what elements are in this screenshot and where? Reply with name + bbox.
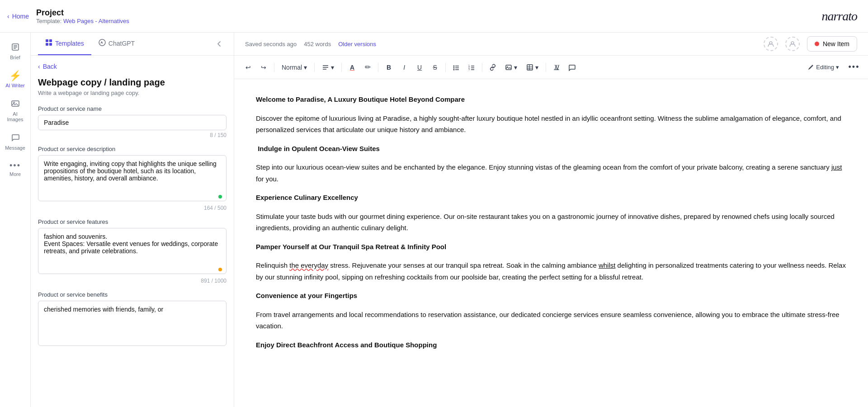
align-dropdown[interactable]: ▾ [318, 62, 338, 73]
svg-point-17 [453, 67, 455, 68]
undo-button[interactable]: ↩ [241, 61, 255, 74]
new-item-dot [815, 42, 819, 46]
top-bar-left: ‹ Home Project Template: Web Pages - Alt… [7, 8, 129, 24]
project-title: Project [36, 8, 129, 18]
redo-button[interactable]: ↪ [257, 61, 270, 74]
highlight-button[interactable]: ✏ [361, 61, 374, 74]
content-heading-5: Convenience at your Fingertips [256, 290, 846, 302]
saved-status: Saved seconds ago [245, 41, 297, 47]
word-count: 452 words [304, 41, 331, 47]
panel-collapse-button[interactable] [212, 37, 226, 51]
product-description-counter: 164 / 500 [38, 205, 226, 211]
new-item-label: New Item [823, 40, 849, 47]
toolbar-sep-7 [546, 63, 546, 72]
align-icon [322, 64, 329, 71]
align-chevron: ▾ [331, 64, 334, 71]
product-features-counter: 891 / 1000 [38, 278, 226, 284]
back-button[interactable]: ‹ Back [38, 63, 226, 70]
sidebar-item-ai-writer[interactable]: ⚡ AI Writer [2, 66, 29, 93]
underline-button[interactable]: U [413, 61, 426, 74]
svg-point-5 [13, 102, 14, 104]
content-heading-1: Welcome to Paradise, A Luxury Boutique H… [256, 94, 846, 105]
product-name-label: Product or service name [38, 105, 226, 112]
template-link[interactable]: Web Pages - Alternatives [63, 18, 129, 24]
sidebar-ai-images-label: AI Images [5, 111, 26, 122]
product-features-textarea[interactable]: fashion and souvenirs. Event Spaces: Ver… [38, 228, 226, 274]
strikethrough-button[interactable]: S [428, 61, 442, 74]
bullet-list-button[interactable] [449, 61, 463, 74]
editor-content[interactable]: Welcome to Paradise, A Luxury Boutique H… [234, 79, 868, 407]
panel-subtitle: Write a webpage or landing page copy. [38, 90, 226, 96]
back-chevron-icon: ‹ [38, 63, 40, 70]
svg-rect-28 [506, 65, 511, 70]
project-info: Project Template: Web Pages - Alternativ… [36, 8, 129, 24]
sidebar-item-more[interactable]: ••• More [2, 157, 29, 181]
more-options-button[interactable]: ••• [847, 61, 861, 74]
sidebar-item-ai-images[interactable]: AI Images [2, 95, 29, 127]
italic-button[interactable]: I [397, 61, 411, 74]
content-para-2: Step into our luxurious ocean-view suite… [256, 161, 846, 185]
style-label: Normal [282, 64, 302, 71]
sidebar-more-label: More [9, 171, 21, 177]
editing-dropdown[interactable]: Editing ▾ [803, 62, 844, 72]
ordered-list-button[interactable]: 1.2.3. [465, 61, 478, 74]
description-dot-indicator [218, 195, 222, 199]
more-icon: ••• [9, 161, 21, 170]
new-item-button[interactable]: New Item [807, 36, 857, 52]
sidebar-message-label: Message [5, 145, 25, 151]
editor-area: Saved seconds ago 452 words Older versio… [234, 33, 868, 407]
product-benefits-textarea[interactable]: cherished memories with friends, family,… [38, 301, 226, 346]
sidebar-ai-writer-label: AI Writer [5, 83, 25, 88]
content-para-1: Discover the epitome of luxurious living… [256, 113, 846, 136]
message-icon [11, 133, 20, 143]
sidebar-item-brief[interactable]: Brief [2, 38, 29, 65]
clear-format-button[interactable] [550, 61, 563, 74]
product-name-counter: 8 / 150 [38, 132, 226, 138]
toolbar-sep-5 [445, 63, 446, 72]
editing-label: Editing [816, 64, 834, 71]
field-product-benefits: Product or service benefits cherished me… [38, 291, 226, 348]
older-versions-link[interactable]: Older versions [338, 41, 376, 47]
table-dropdown[interactable]: ▾ [523, 62, 542, 73]
text-color-button[interactable]: A [345, 61, 359, 74]
panel-title: Webpage copy / landing page [38, 77, 226, 88]
svg-rect-6 [46, 39, 48, 42]
toolbar-sep-3 [341, 63, 342, 72]
main-layout: Brief ⚡ AI Writer AI Images Message ••• … [0, 33, 868, 407]
style-dropdown-chevron: ▾ [304, 64, 307, 71]
home-label: Home [12, 13, 29, 20]
field-product-description: Product or service description Write eng… [38, 146, 226, 211]
link-button[interactable] [486, 61, 500, 74]
content-para-3: Stimulate your taste buds with our gourm… [256, 211, 846, 234]
product-name-input[interactable] [38, 115, 226, 130]
svg-text:3.: 3. [468, 68, 470, 71]
template-prefix: Template: [36, 18, 61, 24]
brief-icon [11, 43, 20, 53]
tab-chatgpt[interactable]: ChatGPT [91, 33, 142, 55]
sidebar-item-message[interactable]: Message [2, 128, 29, 155]
editor-toolbar: ↩ ↪ Normal ▾ ▾ A ✏ B I U S [234, 56, 868, 79]
tab-templates[interactable]: Templates [38, 33, 91, 55]
templates-tab-icon [45, 39, 52, 48]
bold-button[interactable]: B [382, 61, 396, 74]
content-heading-4: Pamper Yourself at Our Tranquil Spa Retr… [256, 241, 846, 253]
svg-rect-8 [46, 43, 48, 46]
toolbar-sep-6 [482, 63, 482, 72]
toolbar-right: Editing ▾ ••• [803, 61, 861, 74]
content-heading-2: Indulge in Opulent Ocean-View Suites [256, 143, 846, 155]
content-heading-3: Experience Culinary Excellency [256, 192, 846, 204]
comment-button[interactable] [565, 61, 579, 74]
style-dropdown[interactable]: Normal ▾ [278, 62, 311, 73]
content-para-4: Relinquish the everyday stress. Rejuvena… [256, 260, 846, 283]
table-dropdown-chevron: ▾ [535, 64, 538, 71]
product-description-label: Product or service description [38, 146, 226, 152]
product-features-label: Product or service features [38, 218, 226, 225]
ai-images-icon [11, 99, 20, 109]
svg-point-18 [453, 69, 455, 70]
content-heading-6: Enjoy Direct Beachfront Access and Bouti… [256, 339, 846, 351]
image-dropdown[interactable]: ▾ [501, 62, 521, 73]
product-description-textarea[interactable]: Write engaging, inviting copy that highl… [38, 155, 226, 201]
content-para-5: From travel arrangements and local recom… [256, 309, 846, 332]
home-link[interactable]: ‹ Home [7, 13, 29, 20]
ai-writer-icon: ⚡ [9, 71, 21, 81]
